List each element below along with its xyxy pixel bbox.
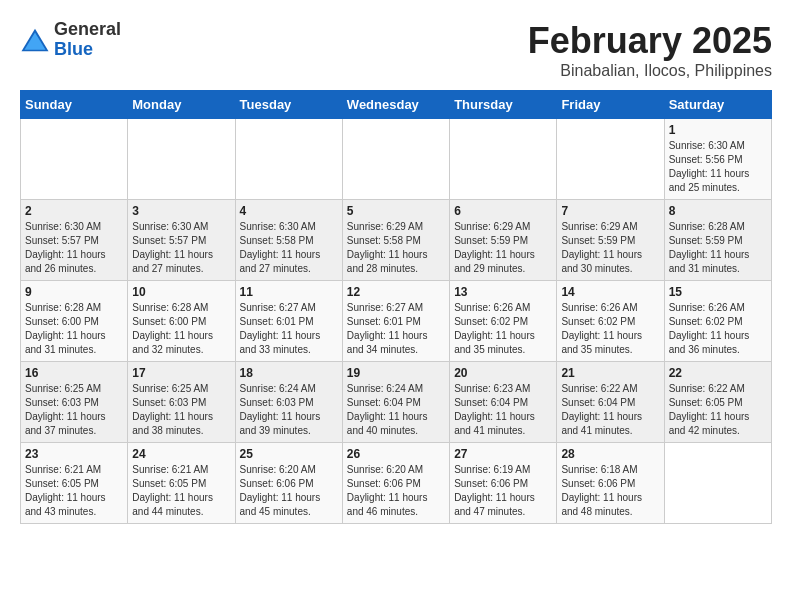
calendar-day-cell: 12Sunrise: 6:27 AM Sunset: 6:01 PM Dayli…: [342, 281, 449, 362]
calendar-day-cell: 16Sunrise: 6:25 AM Sunset: 6:03 PM Dayli…: [21, 362, 128, 443]
weekday-header-sunday: Sunday: [21, 91, 128, 119]
day-detail: Sunrise: 6:26 AM Sunset: 6:02 PM Dayligh…: [454, 301, 552, 357]
calendar-day-cell: 24Sunrise: 6:21 AM Sunset: 6:05 PM Dayli…: [128, 443, 235, 524]
calendar-day-cell: 26Sunrise: 6:20 AM Sunset: 6:06 PM Dayli…: [342, 443, 449, 524]
day-detail: Sunrise: 6:22 AM Sunset: 6:04 PM Dayligh…: [561, 382, 659, 438]
calendar-day-cell: 5Sunrise: 6:29 AM Sunset: 5:58 PM Daylig…: [342, 200, 449, 281]
day-number: 22: [669, 366, 767, 380]
day-number: 9: [25, 285, 123, 299]
day-detail: Sunrise: 6:30 AM Sunset: 5:57 PM Dayligh…: [132, 220, 230, 276]
day-number: 24: [132, 447, 230, 461]
day-detail: Sunrise: 6:27 AM Sunset: 6:01 PM Dayligh…: [240, 301, 338, 357]
calendar-week-row: 2Sunrise: 6:30 AM Sunset: 5:57 PM Daylig…: [21, 200, 772, 281]
day-number: 14: [561, 285, 659, 299]
calendar-day-cell: 25Sunrise: 6:20 AM Sunset: 6:06 PM Dayli…: [235, 443, 342, 524]
logo-icon: [20, 25, 50, 55]
calendar-day-cell: 2Sunrise: 6:30 AM Sunset: 5:57 PM Daylig…: [21, 200, 128, 281]
day-number: 1: [669, 123, 767, 137]
calendar-day-cell: 13Sunrise: 6:26 AM Sunset: 6:02 PM Dayli…: [450, 281, 557, 362]
calendar-empty-cell: [557, 119, 664, 200]
day-detail: Sunrise: 6:21 AM Sunset: 6:05 PM Dayligh…: [25, 463, 123, 519]
calendar-day-cell: 15Sunrise: 6:26 AM Sunset: 6:02 PM Dayli…: [664, 281, 771, 362]
day-detail: Sunrise: 6:28 AM Sunset: 5:59 PM Dayligh…: [669, 220, 767, 276]
day-detail: Sunrise: 6:24 AM Sunset: 6:03 PM Dayligh…: [240, 382, 338, 438]
logo-general-text: General: [54, 20, 121, 40]
calendar-day-cell: 6Sunrise: 6:29 AM Sunset: 5:59 PM Daylig…: [450, 200, 557, 281]
weekday-header-wednesday: Wednesday: [342, 91, 449, 119]
day-number: 10: [132, 285, 230, 299]
day-detail: Sunrise: 6:28 AM Sunset: 6:00 PM Dayligh…: [25, 301, 123, 357]
day-number: 12: [347, 285, 445, 299]
day-number: 16: [25, 366, 123, 380]
calendar-day-cell: 23Sunrise: 6:21 AM Sunset: 6:05 PM Dayli…: [21, 443, 128, 524]
day-detail: Sunrise: 6:29 AM Sunset: 5:58 PM Dayligh…: [347, 220, 445, 276]
calendar-empty-cell: [235, 119, 342, 200]
calendar-day-cell: 19Sunrise: 6:24 AM Sunset: 6:04 PM Dayli…: [342, 362, 449, 443]
calendar-body: 1Sunrise: 6:30 AM Sunset: 5:56 PM Daylig…: [21, 119, 772, 524]
calendar-day-cell: 22Sunrise: 6:22 AM Sunset: 6:05 PM Dayli…: [664, 362, 771, 443]
calendar-day-cell: 3Sunrise: 6:30 AM Sunset: 5:57 PM Daylig…: [128, 200, 235, 281]
calendar-day-cell: 10Sunrise: 6:28 AM Sunset: 6:00 PM Dayli…: [128, 281, 235, 362]
calendar-day-cell: 27Sunrise: 6:19 AM Sunset: 6:06 PM Dayli…: [450, 443, 557, 524]
day-detail: Sunrise: 6:26 AM Sunset: 6:02 PM Dayligh…: [561, 301, 659, 357]
day-number: 21: [561, 366, 659, 380]
calendar-day-cell: 8Sunrise: 6:28 AM Sunset: 5:59 PM Daylig…: [664, 200, 771, 281]
calendar-day-cell: 1Sunrise: 6:30 AM Sunset: 5:56 PM Daylig…: [664, 119, 771, 200]
day-detail: Sunrise: 6:30 AM Sunset: 5:56 PM Dayligh…: [669, 139, 767, 195]
calendar-day-cell: 11Sunrise: 6:27 AM Sunset: 6:01 PM Dayli…: [235, 281, 342, 362]
weekday-header-thursday: Thursday: [450, 91, 557, 119]
calendar-week-row: 9Sunrise: 6:28 AM Sunset: 6:00 PM Daylig…: [21, 281, 772, 362]
day-number: 20: [454, 366, 552, 380]
day-number: 8: [669, 204, 767, 218]
logo: General Blue: [20, 20, 121, 60]
day-detail: Sunrise: 6:20 AM Sunset: 6:06 PM Dayligh…: [347, 463, 445, 519]
calendar-table: SundayMondayTuesdayWednesdayThursdayFrid…: [20, 90, 772, 524]
day-detail: Sunrise: 6:23 AM Sunset: 6:04 PM Dayligh…: [454, 382, 552, 438]
weekday-header-saturday: Saturday: [664, 91, 771, 119]
calendar-empty-cell: [450, 119, 557, 200]
calendar-day-cell: 18Sunrise: 6:24 AM Sunset: 6:03 PM Dayli…: [235, 362, 342, 443]
calendar-day-cell: 9Sunrise: 6:28 AM Sunset: 6:00 PM Daylig…: [21, 281, 128, 362]
weekday-header-monday: Monday: [128, 91, 235, 119]
calendar-empty-cell: [664, 443, 771, 524]
day-detail: Sunrise: 6:21 AM Sunset: 6:05 PM Dayligh…: [132, 463, 230, 519]
day-detail: Sunrise: 6:30 AM Sunset: 5:58 PM Dayligh…: [240, 220, 338, 276]
day-detail: Sunrise: 6:24 AM Sunset: 6:04 PM Dayligh…: [347, 382, 445, 438]
weekday-header-row: SundayMondayTuesdayWednesdayThursdayFrid…: [21, 91, 772, 119]
day-number: 27: [454, 447, 552, 461]
calendar-empty-cell: [342, 119, 449, 200]
day-number: 13: [454, 285, 552, 299]
day-number: 2: [25, 204, 123, 218]
day-number: 6: [454, 204, 552, 218]
calendar-day-cell: 20Sunrise: 6:23 AM Sunset: 6:04 PM Dayli…: [450, 362, 557, 443]
day-number: 23: [25, 447, 123, 461]
title-area: February 2025 Binabalian, Ilocos, Philip…: [528, 20, 772, 80]
day-number: 17: [132, 366, 230, 380]
day-detail: Sunrise: 6:20 AM Sunset: 6:06 PM Dayligh…: [240, 463, 338, 519]
day-number: 7: [561, 204, 659, 218]
day-number: 15: [669, 285, 767, 299]
day-number: 19: [347, 366, 445, 380]
day-detail: Sunrise: 6:25 AM Sunset: 6:03 PM Dayligh…: [132, 382, 230, 438]
day-detail: Sunrise: 6:29 AM Sunset: 5:59 PM Dayligh…: [454, 220, 552, 276]
day-number: 5: [347, 204, 445, 218]
calendar-day-cell: 17Sunrise: 6:25 AM Sunset: 6:03 PM Dayli…: [128, 362, 235, 443]
calendar-day-cell: 14Sunrise: 6:26 AM Sunset: 6:02 PM Dayli…: [557, 281, 664, 362]
day-detail: Sunrise: 6:18 AM Sunset: 6:06 PM Dayligh…: [561, 463, 659, 519]
day-detail: Sunrise: 6:29 AM Sunset: 5:59 PM Dayligh…: [561, 220, 659, 276]
day-detail: Sunrise: 6:30 AM Sunset: 5:57 PM Dayligh…: [25, 220, 123, 276]
day-detail: Sunrise: 6:19 AM Sunset: 6:06 PM Dayligh…: [454, 463, 552, 519]
day-number: 3: [132, 204, 230, 218]
calendar-empty-cell: [21, 119, 128, 200]
calendar-week-row: 1Sunrise: 6:30 AM Sunset: 5:56 PM Daylig…: [21, 119, 772, 200]
calendar-day-cell: 4Sunrise: 6:30 AM Sunset: 5:58 PM Daylig…: [235, 200, 342, 281]
day-detail: Sunrise: 6:22 AM Sunset: 6:05 PM Dayligh…: [669, 382, 767, 438]
day-detail: Sunrise: 6:26 AM Sunset: 6:02 PM Dayligh…: [669, 301, 767, 357]
day-number: 11: [240, 285, 338, 299]
calendar-week-row: 16Sunrise: 6:25 AM Sunset: 6:03 PM Dayli…: [21, 362, 772, 443]
calendar-header: SundayMondayTuesdayWednesdayThursdayFrid…: [21, 91, 772, 119]
day-detail: Sunrise: 6:25 AM Sunset: 6:03 PM Dayligh…: [25, 382, 123, 438]
calendar-week-row: 23Sunrise: 6:21 AM Sunset: 6:05 PM Dayli…: [21, 443, 772, 524]
calendar-day-cell: 7Sunrise: 6:29 AM Sunset: 5:59 PM Daylig…: [557, 200, 664, 281]
calendar-day-cell: 21Sunrise: 6:22 AM Sunset: 6:04 PM Dayli…: [557, 362, 664, 443]
